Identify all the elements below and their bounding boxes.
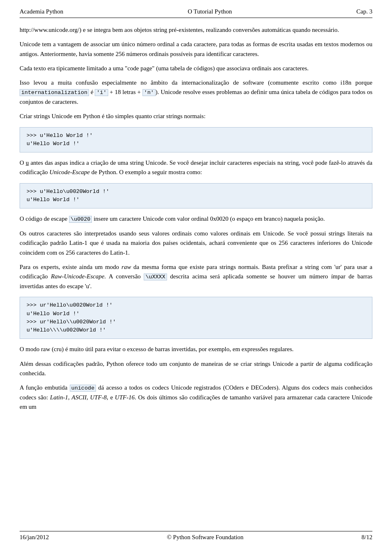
content-area: http://www.unicode.org/) e se integra be… — [20, 25, 372, 412]
p5-pre: O — [20, 159, 26, 166]
p6-pre: O código de escape — [20, 215, 69, 222]
p8-pre: Para os experts, existe ainda um modo — [20, 264, 122, 270]
p8-italic2: Raw-Unicode-Escape — [51, 273, 105, 280]
paragraph-7: Os outros caracteres são interpretados u… — [20, 229, 372, 258]
paragraph-6: O código de escape \u0020 insere um cara… — [20, 214, 372, 224]
header-right: Cap. 3 — [356, 8, 372, 15]
paragraph-11: A função embutida unicode dá acesso a to… — [20, 383, 372, 412]
p6-post: insere um caractere Unicode com valor or… — [92, 215, 325, 222]
url-paragraph: http://www.unicode.org/) e se integra be… — [20, 25, 372, 35]
p11-italic1: Latin-1 — [50, 394, 68, 401]
p5-post2: de Python. O exemplo a seguir mostra com… — [90, 169, 202, 175]
p3-mid: é — [89, 89, 95, 95]
page: Academia Python O Tutorial Python Cap. 3… — [0, 0, 392, 441]
p5-u: u — [26, 159, 29, 166]
p11-italic4: UTF-16 — [115, 394, 134, 401]
p3-code: internationalization — [20, 89, 89, 96]
paragraph-1: Unicode tem a vantagem de associar um ún… — [20, 40, 372, 59]
p3-q1: 'i' — [95, 89, 108, 96]
header-center: O Tutorial Python — [188, 8, 232, 15]
p8-mid2: . A conversão — [105, 273, 144, 280]
paragraph-4: Criar strings Unicode em Python é tão si… — [20, 112, 372, 121]
p3-q2: 'n' — [143, 89, 156, 96]
p11-comma2: , — [87, 394, 90, 401]
footer-left: 16/jan/2012 — [20, 534, 49, 541]
page-footer: 16/jan/2012 © Python Software Foundation… — [20, 531, 372, 541]
paragraph-3: Isso levou a muita confusão especialment… — [20, 78, 372, 107]
paragraph-5: O u antes das aspas indica a criação de … — [20, 158, 372, 177]
p11-code: unicode — [70, 385, 96, 392]
p3-pre: Isso levou a muita confusão especialment… — [20, 79, 372, 86]
code-block-2: >>> u'Hello\u0020World !' u'Hello World … — [20, 183, 372, 209]
paragraph-8: Para os experts, existe ainda um modo ra… — [20, 262, 372, 291]
p11-italic3: UTF-8 — [90, 394, 107, 401]
paragraph-10: Além dessas codificações padrão, Python … — [20, 359, 372, 379]
footer-right: 8/12 — [361, 534, 372, 541]
p3-plus1: + 18 letras + — [108, 89, 143, 95]
paragraph-9: O modo raw (cru) é muito útil para evita… — [20, 345, 372, 354]
header-left: Academia Python — [20, 8, 63, 15]
p11-comma3: , e — [107, 394, 115, 401]
p11-pre: A função embutida — [20, 384, 70, 391]
paragraph-2: Cada texto era tipicamente limitado a um… — [20, 64, 372, 73]
p11-italic2: ASCII — [71, 394, 87, 401]
page-header: Academia Python O Tutorial Python Cap. 3 — [20, 8, 372, 18]
p5-italic: Unicode-Escape — [49, 169, 90, 175]
p11-comma1: , — [68, 394, 72, 401]
code-block-1: >>> u'Hello World !' u'Hello World !' — [20, 127, 372, 153]
p8-code: \uXXXX — [144, 273, 167, 280]
p8-italic: raw — [122, 264, 131, 270]
footer-center: © Python Software Foundation — [167, 534, 244, 541]
code-block-3: >>> ur'Hello\u0020World !' u'Hello World… — [20, 297, 372, 339]
p6-code: \u0020 — [69, 216, 92, 223]
